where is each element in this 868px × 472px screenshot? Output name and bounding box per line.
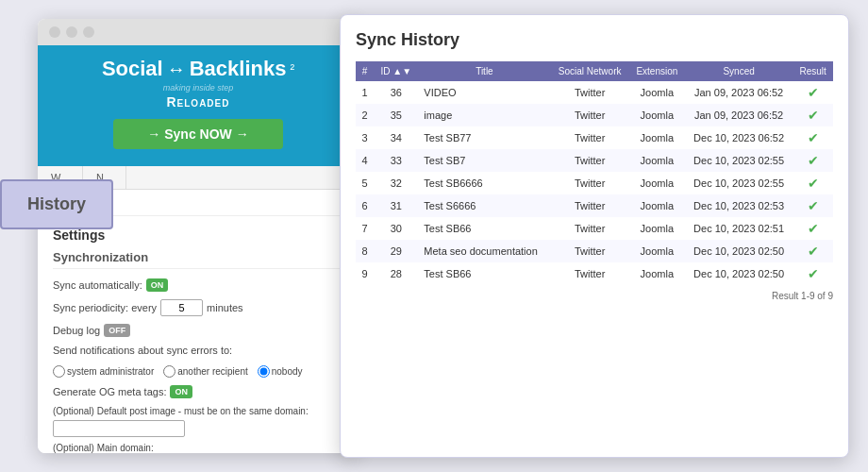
sync-auto-toggle[interactable]: ON xyxy=(146,278,169,292)
notification-label: Send notifications about sync errors to: xyxy=(53,345,232,356)
cell-num: 3 xyxy=(356,126,374,149)
cell-synced: Dec 10, 2023 02:55 xyxy=(685,149,793,172)
cell-id: 32 xyxy=(374,172,418,194)
notification-row: Send notifications about sync errors to:… xyxy=(53,345,343,378)
debug-toggle[interactable]: OFF xyxy=(104,324,130,337)
table-row: 7 30 Test SB66 Twitter Joomla Dec 10, 20… xyxy=(356,217,833,240)
cell-social: Twitter xyxy=(551,262,629,285)
cell-title: Test SB7 xyxy=(418,149,550,172)
cell-synced: Dec 10, 2023 02:51 xyxy=(685,217,793,240)
window-dot-1 xyxy=(49,26,60,38)
cell-title: Test SB66 xyxy=(418,217,550,240)
brand-social-text: Social xyxy=(102,57,163,81)
cell-result: ✔ xyxy=(793,149,833,172)
cell-title: image xyxy=(418,104,550,126)
col-header-id[interactable]: ID ▲▼ xyxy=(374,61,418,81)
cell-title: Test SB66 xyxy=(418,262,550,285)
history-tab[interactable]: History xyxy=(0,179,113,229)
table-row: 2 35 image Twitter Joomla Jan 09, 2023 0… xyxy=(356,104,833,126)
settings-title: Settings xyxy=(53,228,343,243)
window-titlebar xyxy=(38,19,359,45)
cell-result: ✔ xyxy=(793,104,833,126)
check-icon: ✔ xyxy=(808,266,819,281)
brand-reloaded-text: Reloaded xyxy=(53,94,343,110)
sync-history-title: Sync History xyxy=(356,30,833,50)
sync-period-label: Sync periodicity: every xyxy=(53,302,157,313)
check-icon: ✔ xyxy=(808,244,819,259)
radio-sysadmin[interactable]: system administrator xyxy=(53,365,154,378)
table-row: 1 36 VIDEO Twitter Joomla Jan 09, 2023 0… xyxy=(356,81,833,104)
cell-title: Test SB6666 xyxy=(418,172,550,194)
cell-extension: Joomla xyxy=(629,240,685,262)
cell-id: 29 xyxy=(374,240,418,262)
check-icon: ✔ xyxy=(808,153,819,168)
cell-extension: Joomla xyxy=(629,149,685,172)
col-header-title[interactable]: Title xyxy=(418,61,550,81)
cell-num: 7 xyxy=(356,217,374,240)
cell-social: Twitter xyxy=(551,172,629,194)
check-icon: ✔ xyxy=(808,221,819,236)
cell-title: VIDEO xyxy=(418,81,550,104)
radio-nobody-input[interactable] xyxy=(258,365,270,378)
default-post-input[interactable] xyxy=(53,420,185,437)
cell-social: Twitter xyxy=(551,104,629,126)
main-domain-label: (Optional) Main domain: xyxy=(53,443,343,453)
cell-id: 34 xyxy=(374,126,418,149)
table-row: 5 32 Test SB6666 Twitter Joomla Dec 10, … xyxy=(356,172,833,194)
check-icon: ✔ xyxy=(808,198,819,213)
brand-logo: Social ↔ Backlinks² xyxy=(53,57,343,81)
debug-label: Debug log xyxy=(53,325,100,336)
left-panel: Social ↔ Backlinks² making inside step R… xyxy=(38,19,359,453)
table-row: 9 28 Test SB66 Twitter Joomla Dec 10, 20… xyxy=(356,262,833,285)
cell-num: 1 xyxy=(356,81,374,104)
cell-result: ✔ xyxy=(793,126,833,149)
table-row: 3 34 Test SB77 Twitter Joomla Dec 10, 20… xyxy=(356,126,833,149)
cell-extension: Joomla xyxy=(629,172,685,194)
notification-options: system administrator another recipient n… xyxy=(53,365,303,378)
sync-now-button[interactable]: → Sync NOW → xyxy=(113,119,283,149)
window-dot-3 xyxy=(83,26,94,38)
cell-extension: Joomla xyxy=(629,126,685,149)
cell-num: 8 xyxy=(356,240,374,262)
cell-result: ✔ xyxy=(793,81,833,104)
cell-synced: Dec 10, 2023 06:52 xyxy=(685,126,793,149)
col-header-social[interactable]: Social Network xyxy=(551,61,629,81)
sync-period-input[interactable] xyxy=(160,299,203,316)
cell-id: 31 xyxy=(374,194,418,217)
cell-social: Twitter xyxy=(551,149,629,172)
table-row: 8 29 Meta seo documentation Twitter Joom… xyxy=(356,240,833,262)
history-tab-label: History xyxy=(27,194,86,213)
radio-nobody[interactable]: nobody xyxy=(258,365,303,378)
cell-extension: Joomla xyxy=(629,81,685,104)
cell-synced: Dec 10, 2023 02:55 xyxy=(685,172,793,194)
cell-id: 28 xyxy=(374,262,418,285)
cell-num: 4 xyxy=(356,149,374,172)
history-table: # ID ▲▼ Title Social Network Extension S… xyxy=(356,61,833,285)
col-header-result[interactable]: Result xyxy=(793,61,833,81)
cell-social: Twitter xyxy=(551,240,629,262)
radio-another-input[interactable] xyxy=(163,365,175,378)
og-meta-toggle[interactable]: ON xyxy=(170,385,192,398)
cell-num: 2 xyxy=(356,104,374,126)
cell-result: ✔ xyxy=(793,194,833,217)
cell-social: Twitter xyxy=(551,194,629,217)
default-post-label: (Optional) Default post image - must be … xyxy=(53,406,343,416)
check-icon: ✔ xyxy=(808,85,819,100)
radio-another[interactable]: another recipient xyxy=(163,365,248,378)
brand-arrow-icon: ↔ xyxy=(167,59,186,80)
cell-social: Twitter xyxy=(551,126,629,149)
cell-synced: Dec 10, 2023 02:50 xyxy=(685,262,793,285)
cell-result: ✔ xyxy=(793,262,833,285)
col-header-extension[interactable]: Extension xyxy=(629,61,685,81)
check-icon: ✔ xyxy=(808,108,819,123)
col-header-synced[interactable]: Synced xyxy=(685,61,793,81)
cell-title: Test S6666 xyxy=(418,194,550,217)
radio-sysadmin-input[interactable] xyxy=(53,365,65,378)
cell-social: Twitter xyxy=(551,81,629,104)
window-dot-2 xyxy=(66,26,77,38)
sync-auto-row: Sync automatically: ON xyxy=(53,278,343,292)
cell-extension: Joomla xyxy=(629,104,685,126)
og-meta-label: Generate OG meta tags: xyxy=(53,386,166,397)
cell-synced: Jan 09, 2023 06:52 xyxy=(685,104,793,126)
cell-id: 30 xyxy=(374,217,418,240)
